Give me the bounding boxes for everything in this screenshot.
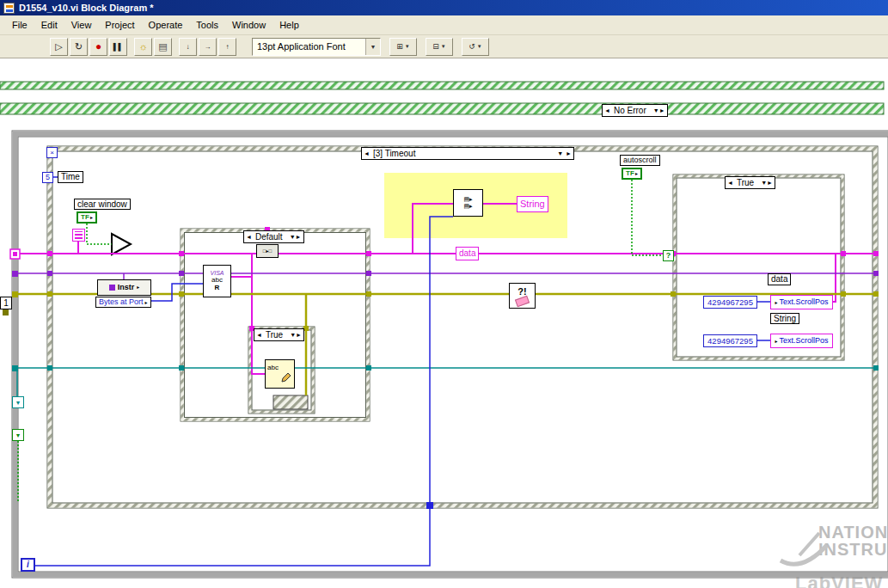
- visa-wires[interactable]: [12, 273, 878, 279]
- terminal-arrow-icon: ▸: [775, 300, 777, 305]
- case-condition-terminal[interactable]: ?: [663, 250, 674, 261]
- tf-glyph: TF: [626, 170, 634, 177]
- clear-window-boolean-terminal[interactable]: TF ▸: [77, 211, 97, 224]
- ni-eagle-logo: [781, 533, 827, 564]
- scrollpos-data-text: data: [771, 275, 787, 284]
- event-case-selector[interactable]: ◄ [3] Timeout ▼ ►: [361, 147, 574, 160]
- case-prev-icon[interactable]: ◄: [256, 332, 262, 338]
- case-next-icon[interactable]: ►: [566, 150, 572, 156]
- case-next-icon[interactable]: ►: [767, 180, 773, 186]
- question-glyph: ?: [666, 252, 671, 260]
- right-true-case-selector[interactable]: ◄ True ▼ ►: [725, 176, 775, 189]
- format-node-glyph-row2: ▤▸: [463, 203, 472, 210]
- case-dropdown-icon[interactable]: ▼: [761, 180, 767, 186]
- autoscroll-label[interactable]: autoscroll: [620, 155, 660, 166]
- case-prev-icon[interactable]: ◄: [246, 234, 252, 240]
- pencil-icon: [280, 371, 292, 383]
- bytes-at-port-label: Bytes at Port: [99, 298, 144, 306]
- terminal-arrow-icon: ▸: [635, 171, 638, 176]
- visa-read-line3: R: [215, 285, 220, 292]
- text-scrollpos-property-1[interactable]: ▸ Text.ScrollPos: [770, 295, 833, 309]
- data-label-text: data: [459, 249, 475, 258]
- tf-glyph: TF: [81, 214, 89, 221]
- visa-property-node-header[interactable]: Instr ▸: [97, 279, 151, 296]
- case-next-icon[interactable]: ►: [296, 234, 302, 240]
- inner-true-case-selector-label[interactable]: True: [266, 331, 283, 340]
- iteration-terminal[interactable]: i: [21, 558, 35, 572]
- case-prev-icon[interactable]: ◄: [727, 180, 733, 186]
- green-shift-terminal[interactable]: ▼: [12, 429, 24, 441]
- case-next-icon[interactable]: ►: [659, 107, 665, 113]
- down-arrow-icon: ▼: [15, 432, 21, 438]
- abc-glyph: abc: [267, 364, 279, 372]
- scrollpos-data-label[interactable]: data: [768, 273, 791, 285]
- autoscroll-text: autoscroll: [623, 156, 657, 164]
- format-node-glyph-row1: ▤▸: [463, 196, 472, 203]
- format-string-node[interactable]: ▤▸ ▤▸: [453, 189, 483, 217]
- clear-window-text: clear window: [77, 200, 127, 209]
- case-dropdown-icon[interactable]: ▼: [290, 234, 296, 240]
- string-write-node[interactable]: abc: [265, 359, 295, 389]
- text-scrollpos-2-label: Text.ScrollPos: [779, 337, 828, 345]
- iteration-glyph: i: [27, 560, 29, 569]
- time-terminal[interactable]: Time: [58, 171, 83, 183]
- right-true-case-selector-label[interactable]: True: [737, 179, 754, 187]
- scrollpos-string-text: String: [774, 315, 796, 323]
- timeout-constant-value: 5: [46, 174, 50, 181]
- eraser-icon: [515, 296, 530, 308]
- conversion-node-glyph: □▸□: [263, 248, 272, 254]
- scrollpos-constant-1[interactable]: 4294967295: [703, 296, 757, 309]
- one-constant[interactable]: 1: [0, 297, 12, 309]
- teal-shift-terminal[interactable]: ▼: [12, 396, 24, 408]
- event-case-selector-label[interactable]: [3] Timeout: [373, 150, 415, 158]
- case-dropdown-icon[interactable]: ▼: [290, 332, 296, 338]
- visa-read-node[interactable]: VISA abc R: [203, 265, 231, 297]
- autoscroll-boolean-terminal[interactable]: TF ▸: [622, 168, 642, 180]
- timeout-constant[interactable]: 5: [42, 172, 53, 183]
- case-structure-right-true-border[interactable]: [673, 175, 844, 360]
- terminal-arrow-icon: ▸: [775, 339, 777, 344]
- triangle-function-node[interactable]: [112, 234, 131, 254]
- clear-window-label[interactable]: clear window: [74, 199, 131, 210]
- labview-block-diagram-window: D1554_v10.vi Block Diagram * File Edit V…: [0, 0, 888, 588]
- error-case-selector-label[interactable]: No Error: [614, 107, 646, 115]
- terminal-arrow-icon: ▸: [145, 300, 148, 305]
- dynamic-event-terminal[interactable]: ×: [46, 147, 58, 158]
- terminal-arrow-icon: ▸: [90, 215, 93, 220]
- scrollpos-string-label[interactable]: String: [770, 313, 799, 324]
- string-label-text: String: [520, 199, 545, 209]
- instr-label: Instr: [118, 284, 135, 292]
- down-arrow-icon: ▼: [15, 400, 21, 406]
- scrollpos-constant-2-value: 4294967295: [707, 337, 753, 346]
- cluster-constant-pattern: [75, 231, 83, 239]
- key-icon: [109, 285, 115, 291]
- clear-errors-node[interactable]: ?!: [509, 283, 536, 309]
- text-scrollpos-property-2[interactable]: ▸ Text.ScrollPos: [770, 334, 833, 348]
- data-label[interactable]: data: [456, 247, 479, 260]
- default-case-selector-label[interactable]: Default: [255, 233, 283, 242]
- string-indicator-label[interactable]: String: [517, 196, 548, 212]
- conversion-node[interactable]: □▸□: [256, 244, 279, 258]
- case-dropdown-icon[interactable]: ▼: [557, 150, 563, 156]
- error-case-selector[interactable]: ◄ No Error ▼ ►: [602, 104, 668, 117]
- case-prev-icon[interactable]: ◄: [604, 107, 610, 113]
- scrollpos-constant-2[interactable]: 4294967295: [703, 334, 757, 347]
- case-dropdown-icon[interactable]: ▼: [653, 107, 659, 113]
- error-case-structure-border[interactable]: [0, 82, 884, 114]
- case-next-icon[interactable]: ►: [296, 332, 302, 338]
- event-terminal-icon: ×: [50, 150, 54, 156]
- time-terminal-label: Time: [61, 173, 80, 181]
- text-scrollpos-1-label: Text.ScrollPos: [779, 298, 828, 306]
- one-constant-value: 1: [3, 299, 9, 308]
- inner-true-case-selector[interactable]: ◄ True ▼ ►: [254, 328, 304, 341]
- default-case-selector[interactable]: ◄ Default ▼ ►: [243, 230, 304, 243]
- case-prev-icon[interactable]: ◄: [364, 150, 370, 156]
- bytes-at-port-property[interactable]: Bytes at Port ▸: [95, 297, 151, 308]
- small-hatched-node[interactable]: [273, 395, 308, 409]
- scrollpos-constant-1-value: 4294967295: [707, 298, 753, 307]
- refnum-wires[interactable]: [12, 368, 878, 396]
- cluster-constant[interactable]: [72, 229, 85, 242]
- terminal-arrow-icon: ▸: [137, 285, 139, 291]
